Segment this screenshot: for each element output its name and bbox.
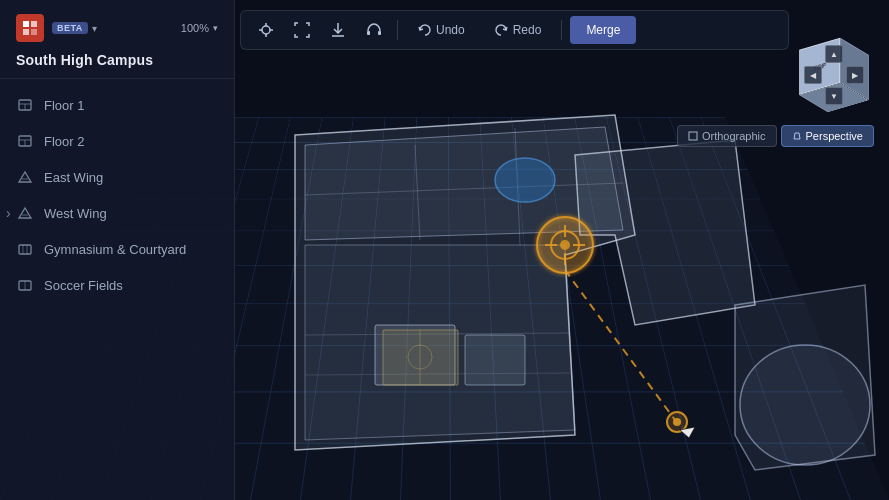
perspective-view-button[interactable]: Perspective — [781, 125, 874, 147]
view-toggle-group: Orthographic Perspective — [677, 125, 874, 147]
svg-marker-3 — [575, 140, 755, 325]
svg-point-16 — [560, 240, 570, 250]
sidebar: BETA ▾ 100% ▾ South High Campus Floor 1 — [0, 0, 235, 500]
svg-point-13 — [495, 158, 555, 202]
sidebar-header: BETA ▾ 100% ▾ South High Campus — [0, 0, 234, 79]
logo-chevron: ▾ — [92, 23, 97, 34]
cube-nav-top-button[interactable]: ▲ — [825, 45, 843, 63]
redo-button[interactable]: Redo — [483, 16, 554, 44]
cube-nav-bottom-button[interactable]: ▼ — [825, 87, 843, 105]
svg-rect-37 — [367, 31, 370, 35]
app-logo-dropdown[interactable]: BETA ▾ — [52, 22, 97, 34]
svg-rect-7 — [465, 335, 525, 385]
sidebar-item-soccer[interactable]: Soccer Fields — [0, 267, 234, 303]
svg-rect-44 — [31, 29, 37, 35]
sidebar-item-gymnasium[interactable]: Gymnasium & Courtyard — [0, 231, 234, 267]
undo-button[interactable]: Undo — [406, 16, 477, 44]
svg-marker-5 — [735, 285, 875, 470]
zoom-chevron: ▾ — [213, 23, 218, 33]
sidebar-item-east-wing[interactable]: East Wing — [0, 159, 234, 195]
frame-tool-button[interactable] — [287, 16, 317, 44]
sidebar-item-floor2[interactable]: Floor 2 — [0, 123, 234, 159]
svg-marker-53 — [19, 208, 31, 218]
campus-title: South High Campus — [16, 52, 218, 68]
svg-rect-39 — [689, 132, 697, 140]
svg-rect-42 — [31, 21, 37, 27]
soccer-icon — [16, 276, 34, 294]
download-tool-button[interactable] — [323, 16, 353, 44]
sidebar-navigation: Floor 1 Floor 2 East Wing — [0, 79, 234, 500]
crosshair-tool-button[interactable] — [251, 16, 281, 44]
svg-marker-51 — [19, 172, 31, 182]
svg-point-23 — [673, 418, 681, 426]
merge-button[interactable]: Merge — [570, 16, 636, 44]
cube-nav-left-button[interactable]: ◀ — [804, 66, 822, 84]
svg-rect-25 — [383, 330, 458, 385]
svg-rect-41 — [23, 21, 29, 27]
orthographic-view-button[interactable]: Orthographic — [677, 125, 777, 147]
svg-point-30 — [262, 26, 270, 34]
floor2-icon — [16, 132, 34, 150]
headset-tool-button[interactable] — [359, 16, 389, 44]
svg-rect-55 — [19, 245, 31, 254]
sidebar-item-floor1[interactable]: Floor 1 — [0, 87, 234, 123]
east-wing-icon — [16, 168, 34, 186]
svg-marker-40 — [794, 133, 800, 139]
svg-rect-38 — [378, 31, 381, 35]
sidebar-item-west-wing[interactable]: West Wing — [0, 195, 234, 231]
toolbar-divider-1 — [397, 20, 398, 40]
toolbar-divider-2 — [561, 20, 562, 40]
zoom-control[interactable]: 100% ▾ — [181, 22, 218, 34]
app-logo[interactable] — [16, 14, 44, 42]
west-wing-icon — [16, 204, 34, 222]
toolbar: Undo Redo Merge — [240, 10, 789, 50]
svg-rect-43 — [23, 29, 29, 35]
gymnasium-icon — [16, 240, 34, 258]
cube-nav-right-button[interactable]: ▶ — [846, 66, 864, 84]
building-scene — [215, 55, 885, 500]
floor1-icon — [16, 96, 34, 114]
logo-row: BETA ▾ 100% ▾ — [16, 14, 218, 42]
navigation-cube: ▲ ◀ TOP R F ▶ ▼ — [799, 40, 869, 110]
